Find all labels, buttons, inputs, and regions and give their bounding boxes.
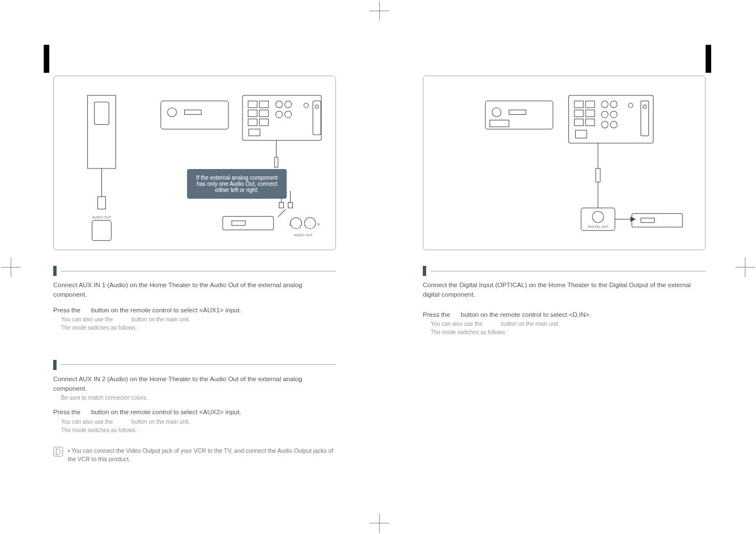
svg-point-50 xyxy=(610,121,617,128)
svg-rect-25 xyxy=(232,221,245,226)
svg-rect-10 xyxy=(259,101,268,107)
din-small-2: The mode switches as follows : xyxy=(431,328,706,336)
vcr-note: • You can connect the Video Output jack … xyxy=(53,447,336,465)
aux1-step2: Press the button on the remote control t… xyxy=(53,306,336,315)
svg-rect-7 xyxy=(184,110,201,114)
vcr-note-text: You can connect the Video Output jack of… xyxy=(68,447,333,463)
aux2-step1-sm: Be sure to match connector colors. xyxy=(61,394,336,402)
din-step1: Connect the Digital Input (OPTICAL) on t… xyxy=(423,280,706,300)
svg-rect-39 xyxy=(575,101,584,107)
svg-point-22 xyxy=(315,105,319,108)
svg-rect-11 xyxy=(248,110,257,116)
crop-mark-bottom xyxy=(370,513,389,533)
din-small-1: You can also use the button on the main … xyxy=(431,320,706,328)
svg-point-27 xyxy=(305,218,316,229)
aux2-small-1: You can also use the button on the main … xyxy=(61,418,336,426)
optical-connection-diagram: DIGITAL OUT xyxy=(423,76,706,250)
aux-connection-diagram: AUDIO OUT xyxy=(53,76,336,250)
svg-rect-37 xyxy=(490,120,509,127)
svg-rect-59 xyxy=(632,214,683,227)
svg-text:AUDIO OUT: AUDIO OUT xyxy=(294,233,313,237)
svg-rect-40 xyxy=(586,101,595,107)
crop-mark-right xyxy=(735,257,755,277)
svg-rect-43 xyxy=(575,119,584,126)
svg-point-19 xyxy=(304,103,309,107)
svg-point-46 xyxy=(610,101,617,107)
din-step2: Press the button on the remote control t… xyxy=(423,310,706,320)
svg-rect-53 xyxy=(641,101,648,135)
svg-rect-20 xyxy=(249,129,260,136)
aux2-body: Connect AUX IN 2 (Audio) on the Home The… xyxy=(53,374,336,434)
note-icon xyxy=(53,447,63,457)
svg-rect-0 xyxy=(94,102,109,124)
aux1-step1: Connect AUX IN 1 (Audio) on the Home The… xyxy=(53,280,336,300)
svg-point-26 xyxy=(291,218,302,229)
svg-point-17 xyxy=(276,111,282,118)
right-page: DIGITAL OUT Connect the Digital Input (O… xyxy=(392,11,731,523)
svg-rect-4 xyxy=(92,221,111,241)
svg-rect-52 xyxy=(576,130,587,138)
svg-point-6 xyxy=(167,107,176,116)
optical-diagram-svg: DIGITAL OUT xyxy=(423,76,705,250)
svg-point-54 xyxy=(643,105,646,108)
aux-diagram-svg: AUDIO OUT xyxy=(54,76,335,250)
aux1-body: Connect AUX IN 1 (Audio) on the Home The… xyxy=(53,280,336,332)
aux1-small-2: The mode switches as follows : xyxy=(61,324,336,332)
optical-body: Connect the Digital Input (OPTICAL) on t… xyxy=(423,280,706,336)
svg-rect-24 xyxy=(223,217,274,230)
svg-rect-33 xyxy=(54,447,63,456)
svg-point-45 xyxy=(601,101,608,107)
svg-point-58 xyxy=(592,212,604,223)
svg-rect-34 xyxy=(486,101,553,129)
digital-out-label: DIGITAL OUT xyxy=(587,225,608,228)
svg-point-15 xyxy=(276,101,282,107)
left-page: AUDIO OUT xyxy=(22,11,361,523)
svg-rect-5 xyxy=(161,101,228,129)
svg-point-51 xyxy=(628,103,633,107)
aux2-step1: Connect AUX IN 2 (Audio) on the Home The… xyxy=(53,374,336,394)
svg-rect-21 xyxy=(313,101,321,134)
svg-point-18 xyxy=(284,111,291,118)
svg-rect-9 xyxy=(248,101,257,107)
svg-rect-36 xyxy=(509,110,526,114)
svg-rect-41 xyxy=(575,110,584,116)
crop-mark-top xyxy=(370,1,389,21)
svg-rect-13 xyxy=(248,119,257,126)
svg-text:R: R xyxy=(318,223,320,226)
svg-rect-12 xyxy=(259,110,268,116)
svg-point-48 xyxy=(610,111,617,118)
optical-section-mark xyxy=(423,266,706,276)
svg-rect-42 xyxy=(586,110,595,116)
aux1-small-1: You can also use the button on the main … xyxy=(61,315,336,324)
svg-point-47 xyxy=(601,111,608,118)
svg-point-35 xyxy=(492,107,501,116)
svg-rect-44 xyxy=(586,119,595,126)
aux1-section-mark xyxy=(53,266,336,276)
svg-rect-2 xyxy=(97,196,105,209)
crop-mark-left xyxy=(1,257,21,277)
info-bubble: If the external analog component has onl… xyxy=(187,169,287,199)
aux2-small-2: The mode switches as follows : xyxy=(61,426,336,434)
svg-rect-14 xyxy=(259,119,268,126)
aux2-step2: Press the button on the remote control t… xyxy=(53,407,336,417)
svg-rect-60 xyxy=(641,218,654,223)
svg-marker-62 xyxy=(631,217,635,222)
svg-point-49 xyxy=(601,121,608,128)
aux2-section-mark xyxy=(53,360,336,370)
svg-text:AUDIO OUT: AUDIO OUT xyxy=(92,216,111,219)
svg-point-16 xyxy=(284,101,291,107)
